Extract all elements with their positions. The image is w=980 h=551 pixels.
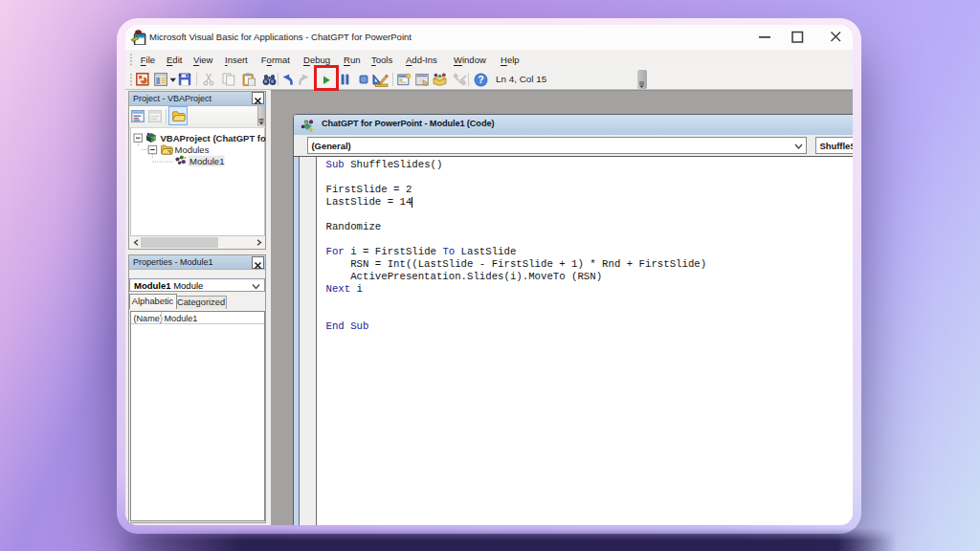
svg-text:?: ?: [478, 74, 483, 85]
